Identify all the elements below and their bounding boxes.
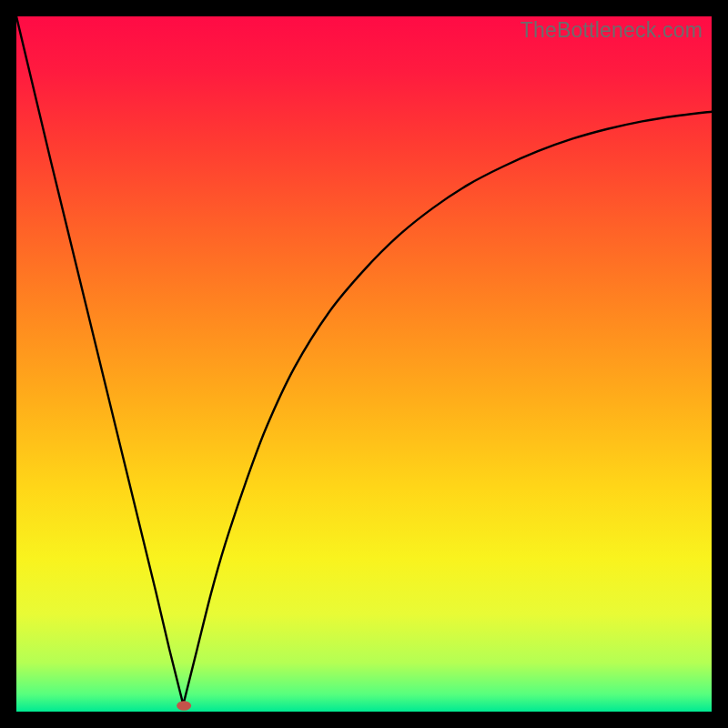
chart-svg [16,16,712,712]
plot-area: TheBottleneck.com [16,16,712,712]
chart-frame: TheBottleneck.com [0,0,728,728]
gradient-background [16,16,712,712]
optimum-marker [177,701,191,710]
watermark-label: TheBottleneck.com [521,18,703,43]
